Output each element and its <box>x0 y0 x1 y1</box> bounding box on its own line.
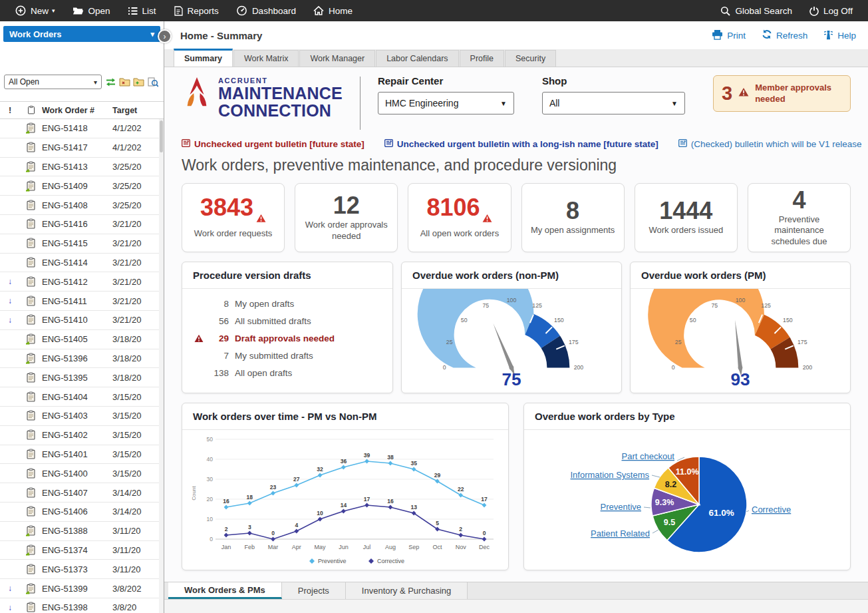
work-order-number[interactable]: ENG-51416 <box>42 219 112 229</box>
bottom-tab-inventory-purchasing[interactable]: Inventory & Purchasing <box>346 582 468 599</box>
work-order-number[interactable]: ENG-51400 <box>42 469 112 479</box>
refresh-list-icon[interactable] <box>104 75 118 89</box>
shop-select[interactable]: All ▼ <box>542 92 685 114</box>
draft-stat-row[interactable]: 29Draft approvals needed <box>190 329 384 347</box>
work-order-row[interactable]: ENG-514163/21/20 <box>0 215 164 234</box>
work-order-number[interactable]: ENG-51412 <box>42 277 112 287</box>
work-order-number[interactable]: ENG-51410 <box>42 315 112 325</box>
work-order-number[interactable]: ENG-51407 <box>42 488 112 498</box>
work-order-row[interactable]: ENG-514023/15/20 <box>0 426 164 445</box>
work-order-column-header[interactable]: Work Order # <box>42 106 112 115</box>
nav-item-reports[interactable]: Reports <box>165 0 227 21</box>
work-order-number[interactable]: ENG-51408 <box>42 200 112 210</box>
refresh-button[interactable]: Refresh <box>762 29 807 42</box>
work-order-row[interactable]: ENG-514083/25/20 <box>0 196 164 215</box>
draft-stat-row[interactable]: 138All open drafts <box>190 364 384 381</box>
work-order-row[interactable]: ENG-514174/1/202 <box>0 138 164 158</box>
member-approvals-badge[interactable]: 3 Member approvals needed <box>713 75 851 112</box>
work-order-row[interactable]: ↓ENG-513993/8/202 <box>0 579 164 598</box>
work-order-row[interactable]: ↓ENG-514123/21/20 <box>0 272 164 292</box>
work-order-number[interactable]: ENG-51401 <box>42 449 112 459</box>
stat-card[interactable]: 8My open assignments <box>521 183 625 252</box>
print-button[interactable]: Print <box>712 29 746 42</box>
nav-item-list[interactable]: List <box>119 0 165 21</box>
tab-security[interactable]: Security <box>505 50 556 67</box>
draft-stat-row[interactable]: 56All submitted drafts <box>190 312 384 329</box>
work-order-number[interactable]: ENG-51395 <box>42 373 112 383</box>
stat-card[interactable]: 12Work order approvals needed <box>295 183 398 252</box>
work-order-row[interactable]: ENG-514073/14/20 <box>0 483 164 503</box>
help-button[interactable]: Help <box>823 29 856 42</box>
pie-label-link[interactable]: Preventive <box>601 502 641 512</box>
scrollbar[interactable] <box>159 119 164 613</box>
work-order-row[interactable]: ENG-513733/11/20 <box>0 560 164 579</box>
work-order-row[interactable]: ENG-514184/1/202 <box>0 119 164 138</box>
work-order-number[interactable]: ENG-51414 <box>42 258 112 268</box>
legend-label[interactable]: Preventive <box>318 558 347 564</box>
bottom-tab-work-orders-pms[interactable]: Work Orders & PMs <box>168 582 282 599</box>
stat-card[interactable]: 1444Work orders issued <box>635 183 738 252</box>
bottom-tab-projects[interactable]: Projects <box>282 582 346 599</box>
work-order-number[interactable]: ENG-51413 <box>42 162 112 172</box>
pie-label-link[interactable]: Information Systems <box>571 470 650 480</box>
folder-add-icon[interactable] <box>132 75 146 89</box>
nav-item-global-search[interactable]: Global Search <box>712 0 801 21</box>
folder-clear-icon[interactable] <box>118 75 132 89</box>
work-order-number[interactable]: ENG-51388 <box>42 526 112 536</box>
work-order-row[interactable]: ENG-514043/15/20 <box>0 387 164 407</box>
pie-label-link[interactable]: Part checkout <box>622 451 675 461</box>
work-order-row[interactable]: ENG-513963/18/20 <box>0 349 164 369</box>
work-order-row[interactable]: ENG-514033/15/20 <box>0 407 164 426</box>
draft-stat-row[interactable]: 7My submitted drafts <box>190 347 384 364</box>
work-order-row[interactable]: ENG-514063/14/20 <box>0 503 164 522</box>
work-order-row[interactable]: ENG-514053/18/20 <box>0 330 164 349</box>
work-order-number[interactable]: ENG-51404 <box>42 392 112 402</box>
tab-profile[interactable]: Profile <box>460 50 504 67</box>
work-order-number[interactable]: ENG-51406 <box>42 507 112 516</box>
module-selector[interactable]: Work Orders ▾ <box>3 26 160 42</box>
work-order-row[interactable]: ENG-513953/18/20 <box>0 368 164 387</box>
stat-card[interactable]: 8106All open work orders <box>408 183 511 252</box>
work-order-number[interactable]: ENG-51398 <box>42 602 112 612</box>
work-order-row[interactable]: ↓ENG-514103/21/20 <box>0 311 164 330</box>
stat-card[interactable]: 3843Work order requests <box>182 183 285 252</box>
work-order-number[interactable]: ENG-51402 <box>42 430 112 440</box>
work-order-row[interactable]: ENG-514153/21/20 <box>0 234 164 254</box>
work-order-number[interactable]: ENG-51373 <box>42 564 112 574</box>
bulletin-link[interactable]: (Checked) bulletin which will be V1 rele… <box>678 139 862 149</box>
work-order-number[interactable]: ENG-51415 <box>42 238 112 248</box>
work-order-number[interactable]: ENG-51403 <box>42 411 112 421</box>
work-order-row[interactable]: ENG-514093/25/20 <box>0 176 164 196</box>
tab-summary[interactable]: Summary <box>174 49 233 67</box>
work-order-list-header[interactable]: ! Work Order # Target <box>0 101 164 119</box>
pie-label-link[interactable]: Patient Related <box>591 528 650 538</box>
nav-item-log-off[interactable]: Log Off <box>801 0 861 21</box>
priority-column-header[interactable]: ! <box>0 106 20 115</box>
tab-work-matrix[interactable]: Work Matrix <box>233 50 299 67</box>
work-order-row[interactable]: ↓ENG-514113/21/20 <box>0 292 164 311</box>
work-order-row[interactable]: ↓ENG-513983/8/20 <box>0 598 164 613</box>
nav-item-new[interactable]: New▾ <box>7 0 64 21</box>
work-order-number[interactable]: ENG-51396 <box>42 353 112 363</box>
tab-labor-calendars[interactable]: Labor Calendars <box>376 50 458 67</box>
work-order-row[interactable]: ENG-513883/11/20 <box>0 522 164 541</box>
target-column-header[interactable]: Target <box>112 106 164 115</box>
work-order-row[interactable]: ENG-513743/11/20 <box>0 541 164 560</box>
scrollbar-thumb[interactable] <box>160 120 163 152</box>
draft-stat-row[interactable]: 8My open drafts <box>190 295 384 312</box>
list-filter-select[interactable]: All Open ▾ <box>4 75 102 89</box>
work-order-row[interactable]: ENG-514143/21/20 <box>0 254 164 273</box>
work-order-number[interactable]: ENG-51409 <box>42 181 112 191</box>
tab-work-manager[interactable]: Work Manager <box>299 50 375 67</box>
bulletin-link[interactable]: Unchecked urgent bulletin [future state] <box>182 139 364 149</box>
collapse-panel-button[interactable]: › <box>158 29 172 43</box>
work-order-number[interactable]: ENG-51417 <box>42 142 112 152</box>
work-order-number[interactable]: ENG-51411 <box>42 296 112 306</box>
nav-item-open[interactable]: Open <box>64 0 119 21</box>
legend-label[interactable]: Corrective <box>377 558 404 564</box>
work-order-number[interactable]: ENG-51374 <box>42 545 112 555</box>
bulletin-link[interactable]: Unchecked urgent bulletin with a long-is… <box>384 139 658 149</box>
repair-center-select[interactable]: HMC Engineering ▼ <box>378 92 514 114</box>
work-order-row[interactable]: ENG-514133/25/20 <box>0 158 164 177</box>
stat-card[interactable]: 4Preventive maintenance schedules due <box>748 183 851 252</box>
